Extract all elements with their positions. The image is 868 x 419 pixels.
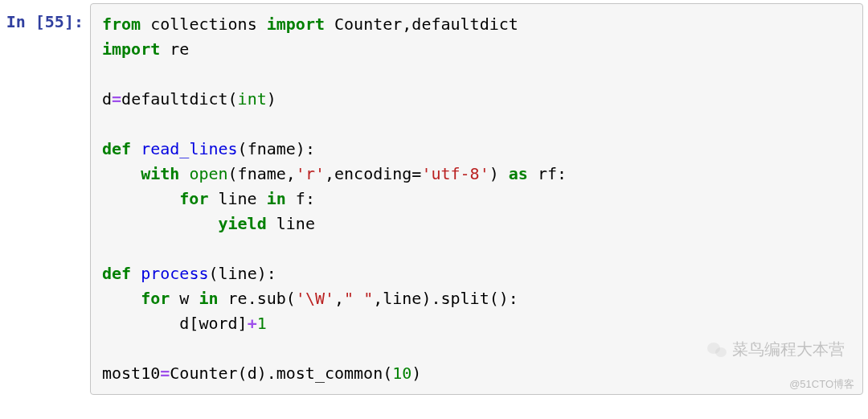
indent [102, 289, 141, 308]
kw-from: from [102, 14, 141, 34]
mod-collections: collections [150, 14, 256, 34]
op-plus: + [248, 314, 257, 333]
resub-open: re.sub( [219, 289, 296, 308]
kw-in: in [267, 189, 286, 208]
indent [102, 214, 219, 233]
kw-for: for [179, 189, 208, 208]
str-utf8: 'utf-8' [421, 164, 489, 183]
prompt-suffix: ]: [64, 12, 84, 31]
fn-process: process [141, 264, 208, 283]
prompt-number: 55 [45, 12, 64, 31]
lit-10: 10 [392, 364, 411, 383]
kw-as: as [509, 164, 528, 183]
op-eq: = [112, 89, 121, 109]
indent [102, 314, 179, 333]
kw-import: import [267, 14, 325, 34]
var-line: line [208, 189, 266, 208]
var-f: f: [286, 189, 315, 208]
call-counter: Counter(d).most_common( [170, 364, 392, 383]
kw-def: def [102, 139, 131, 158]
fn-readlines: read_lines [141, 139, 237, 158]
indent [102, 189, 179, 208]
builtin-open: open [189, 164, 227, 183]
kw-import: import [102, 39, 160, 59]
open-args3: ) [489, 164, 509, 183]
open-args2: ,encoding= [325, 164, 421, 183]
resub-rest: ,line).split(): [373, 289, 518, 308]
paren-close: ) [267, 89, 276, 109]
comma: , [334, 289, 344, 308]
str-W: '\W' [296, 289, 334, 308]
notebook-cell: In [55]: from collections import Counter… [0, 0, 868, 400]
var-rf: rf: [528, 164, 567, 183]
var-most10: most10 [102, 364, 160, 383]
mod-re: re [170, 39, 189, 59]
code-content: from collections import Counter,defaultd… [102, 12, 851, 386]
lit-1: 1 [257, 314, 267, 333]
prompt-prefix: In [ [6, 12, 45, 31]
builtin-int: int [238, 89, 267, 109]
kw-with: with [141, 164, 179, 183]
kw-yield: yield [219, 214, 267, 233]
input-prompt: In [55]: [5, 3, 90, 35]
open-args1: (fname, [228, 164, 296, 183]
yield-line: line [267, 214, 315, 233]
var-w: w [170, 289, 199, 308]
kw-def: def [102, 264, 131, 283]
call-defaultdict: defaultdict( [121, 89, 238, 109]
code-input-area[interactable]: from collections import Counter,defaultd… [90, 3, 863, 395]
kw-for: for [141, 289, 170, 308]
imports: Counter,defaultdict [334, 14, 518, 34]
var-d: d [102, 89, 112, 109]
str-space: " " [344, 289, 373, 308]
sig-process: (line): [208, 264, 276, 283]
kw-in: in [199, 289, 218, 308]
d-index: d[word] [179, 314, 247, 333]
paren-close: ) [411, 364, 421, 383]
sig-readlines: (fname): [238, 139, 315, 158]
indent [102, 164, 141, 183]
op-eq: = [160, 364, 170, 383]
str-r: 'r' [296, 164, 325, 183]
